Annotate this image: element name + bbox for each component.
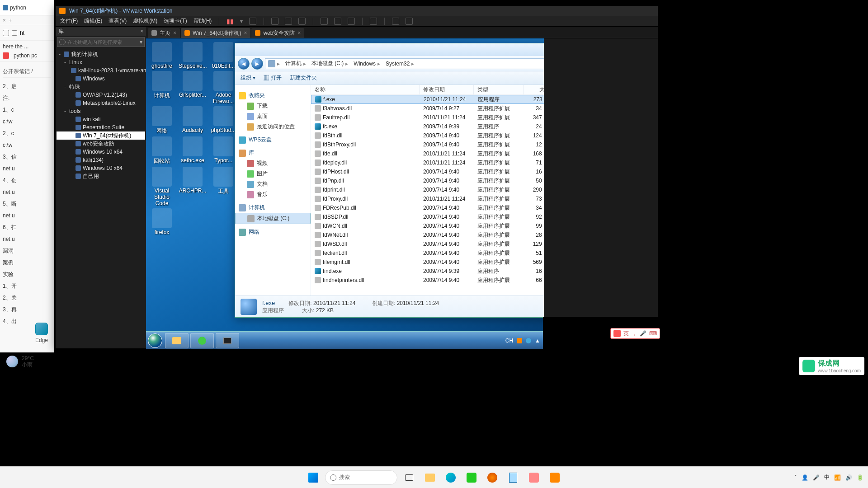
tree-node[interactable]: -Linux xyxy=(57,58,145,66)
tree-node[interactable]: kali-linux-2023.1-vmware-amd xyxy=(57,66,145,75)
toolbar-icon[interactable] xyxy=(348,18,355,25)
ime-indicator[interactable]: CH xyxy=(505,338,513,344)
file-row[interactable]: FDResPub.dll2009/7/14 9:40应用程序扩展34 KB xyxy=(311,203,544,212)
col-size[interactable]: 大小 xyxy=(524,85,544,94)
sidebar-network[interactable]: 网络 xyxy=(235,227,311,237)
tree-node[interactable]: Windows xyxy=(57,75,145,83)
sidebar-wps[interactable]: WPS云盘 xyxy=(235,135,311,145)
dropdown-icon[interactable]: ▾ xyxy=(138,39,144,45)
guest-desktop[interactable]: ghostfireStegsolve...010Edit...计算机Gifspl… xyxy=(146,38,544,349)
tree-node[interactable]: Metasploitable2-Linux xyxy=(57,99,145,107)
menu-tabs[interactable]: 选项卡(T) xyxy=(164,17,187,25)
file-row[interactable]: fdWNet.dll2009/7/14 9:40应用程序扩展28 KB xyxy=(311,230,544,239)
toolbar-icon[interactable] xyxy=(370,18,377,25)
ime-punct-icon[interactable]: ， xyxy=(632,330,637,338)
pause-button[interactable]: ▮▮ xyxy=(226,18,234,25)
file-row[interactable]: f.exe2010/11/21 11:24应用程序273 KB xyxy=(311,95,544,104)
file-row[interactable]: findnetprinters.dll2009/7/14 9:40应用程序扩展6… xyxy=(311,276,544,285)
battery-icon[interactable]: 🔋 xyxy=(857,474,863,481)
desktop-icon[interactable]: ARCHPR... xyxy=(179,167,207,206)
breadcrumb-seg[interactable]: 本地磁盘 (C:)▸ xyxy=(309,59,351,69)
close-tab-icon[interactable]: × xyxy=(3,17,6,23)
desktop-icon[interactable]: Audacity xyxy=(179,106,207,135)
system-tray[interactable]: CH ▲ xyxy=(502,338,544,344)
file-row[interactable]: f3ahvoas.dll2009/7/14 9:27应用程序扩展34 KB xyxy=(311,104,544,113)
bookmark-item[interactable]: python pc xyxy=(14,52,37,59)
taskbar-notepad[interactable] xyxy=(504,469,522,487)
tree-node[interactable]: -tools xyxy=(57,107,145,115)
host-tray[interactable]: ˄ 👤 🎤 中 📶 🔊 🔋 xyxy=(794,474,863,481)
desktop-icon[interactable]: 010Edit... xyxy=(209,42,237,69)
tab-vm-active[interactable]: Win 7_64(ctf操作机)× xyxy=(181,28,250,38)
tree-node[interactable]: Win 7_64(ctf操作机) xyxy=(57,131,145,140)
library-search[interactable]: ▾ xyxy=(57,37,145,47)
user-icon[interactable]: 👤 xyxy=(802,474,808,481)
desktop-icon[interactable]: ghostfire xyxy=(148,42,176,69)
desktop-icon[interactable]: Stegsolve... xyxy=(179,42,207,69)
sidebar-documents[interactable]: 文档 xyxy=(235,179,311,189)
desktop-icon[interactable]: Adobe Firewo... xyxy=(209,71,237,104)
file-row[interactable]: fdBthProxy.dll2009/7/14 9:40应用程序扩展12 KB xyxy=(311,140,544,149)
vmware-titlebar[interactable]: Win 7_64(ctf操作机) - VMware Workstation xyxy=(56,6,658,16)
sidebar-recent[interactable]: 最近访问的位置 xyxy=(235,122,311,132)
ime-lang[interactable]: 英 xyxy=(623,330,629,338)
file-row[interactable]: fdWSD.dll2009/7/14 9:40应用程序扩展129 KB xyxy=(311,239,544,249)
search-input[interactable] xyxy=(67,39,138,45)
tree-node[interactable]: -我的计算机 xyxy=(57,50,145,58)
toolbar-icon[interactable] xyxy=(249,18,256,25)
close-panel-icon[interactable]: × xyxy=(140,28,143,34)
file-row[interactable]: Faultrep.dll2010/11/21 11:24应用程序扩展347 KB xyxy=(311,113,544,122)
tab-vm[interactable]: web安全攻防× xyxy=(251,28,304,38)
explorer-titlebar[interactable]: — ☐ ✕ xyxy=(235,43,544,56)
mic-icon[interactable]: 🎤 xyxy=(813,474,820,481)
desktop-icon[interactable]: phpStud... xyxy=(209,106,237,135)
toolbar-icon[interactable] xyxy=(392,18,399,25)
browser-tab[interactable]: python xyxy=(0,0,54,15)
taskbar-firefox[interactable] xyxy=(483,469,501,487)
taskbar-cmd[interactable] xyxy=(216,333,239,348)
taskbar-vmware[interactable] xyxy=(546,469,564,487)
taskbar-edge[interactable] xyxy=(442,469,460,487)
back-button[interactable]: ◄ xyxy=(238,58,250,70)
toolbar-icon[interactable] xyxy=(285,18,292,25)
wifi-icon[interactable]: 📶 xyxy=(834,474,841,481)
col-date[interactable]: 修改日期 xyxy=(420,85,474,94)
tree-node[interactable]: web安全攻防 xyxy=(57,140,145,148)
address-bar[interactable]: ht xyxy=(0,25,54,41)
tree-node[interactable]: Windows 10 x64 xyxy=(57,148,145,156)
col-type[interactable]: 类型 xyxy=(474,85,524,94)
new-tab-icon[interactable]: + xyxy=(9,17,12,23)
tree-node[interactable]: 自己用 xyxy=(57,172,145,180)
file-row[interactable]: fdWCN.dll2009/7/14 9:40应用程序扩展99 KB xyxy=(311,221,544,230)
sogou-ime-bar[interactable]: 英 ， 🎤 ⌨ xyxy=(610,328,660,339)
bookmark-item[interactable]: here the ... xyxy=(3,43,28,50)
sidebar-downloads[interactable]: 下载 xyxy=(235,101,311,111)
tray-icon[interactable] xyxy=(526,338,531,343)
toolbar-icon[interactable] xyxy=(334,18,341,25)
sidebar-libraries[interactable]: 库 xyxy=(235,148,311,158)
file-row[interactable]: fdSSDP.dll2009/7/14 9:40应用程序扩展92 KB xyxy=(311,212,544,221)
weather-widget[interactable]: 29°C小雨 xyxy=(6,355,34,368)
task-view[interactable] xyxy=(400,469,418,487)
taskbar-explorer[interactable] xyxy=(421,469,439,487)
breadcrumb-seg[interactable]: System32▸ xyxy=(383,59,417,69)
forward-button[interactable]: ► xyxy=(251,58,263,70)
tree-node[interactable]: Penetration Suite xyxy=(57,123,145,131)
taskbar-wechat[interactable] xyxy=(462,469,481,487)
toolbar-icon[interactable] xyxy=(298,18,306,25)
tree-node[interactable]: win kali xyxy=(57,115,145,123)
volume-icon[interactable]: 🔊 xyxy=(845,474,852,481)
col-name[interactable]: 名称 xyxy=(311,85,420,94)
taskbar-explorer[interactable] xyxy=(165,333,189,348)
ime-keyboard-icon[interactable]: ⌨ xyxy=(649,330,657,337)
menu-vm[interactable]: 虚拟机(M) xyxy=(133,17,157,25)
ime-zh-icon[interactable]: 中 xyxy=(824,474,830,481)
file-row[interactable]: fdprint.dll2009/7/14 9:40应用程序扩展290 KB xyxy=(311,185,544,194)
desktop-icon[interactable]: 工具 xyxy=(209,167,237,206)
desktop-icon[interactable]: 计算机 xyxy=(148,71,176,104)
file-row[interactable]: find.exe2009/7/14 9:39应用程序16 KB xyxy=(311,267,544,276)
desktop-icon[interactable]: Gifsplitter... xyxy=(179,71,207,104)
tray-icon[interactable] xyxy=(517,338,522,343)
tree-node[interactable]: kali(134) xyxy=(57,156,145,164)
desktop-icon[interactable]: 回收站 xyxy=(148,136,176,165)
